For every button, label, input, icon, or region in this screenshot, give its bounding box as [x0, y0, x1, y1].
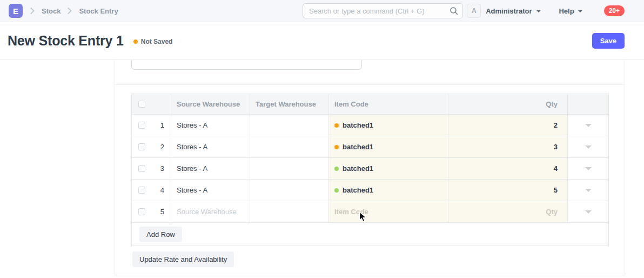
global-search — [303, 3, 463, 18]
row-number: 3 — [160, 164, 164, 173]
row-expand-button[interactable] — [568, 158, 608, 179]
grid-body: 1 Stores - A batched1 2 2 Stores - A — [132, 115, 608, 222]
chevron-down-icon — [578, 10, 582, 12]
column-header-item-code: Item Code — [329, 94, 448, 114]
chevron-down-icon — [585, 124, 592, 127]
notification-badge[interactable]: 20+ — [604, 5, 625, 16]
qty-cell[interactable]: 3 — [448, 136, 568, 157]
row-number: 1 — [160, 121, 164, 129]
grid-header-row: Source Warehouse Target Warehouse Item C… — [132, 94, 608, 115]
item-status-dot — [334, 188, 339, 193]
qty-cell[interactable]: 4 — [448, 158, 568, 179]
user-menu-label: Administrator — [486, 7, 532, 15]
source-warehouse-cell[interactable]: Stores - A — [171, 115, 250, 136]
chevron-right-icon — [30, 8, 35, 14]
row-expand-button[interactable] — [568, 201, 608, 222]
navbar-right: A Administrator Help 20+ — [467, 4, 625, 18]
chevron-down-icon — [585, 210, 592, 214]
qty-cell[interactable]: 2 — [448, 115, 568, 136]
row-checkbox[interactable] — [138, 165, 145, 172]
update-rate-button[interactable]: Update Rate and Availability — [132, 251, 234, 267]
row-checkbox[interactable] — [138, 208, 145, 215]
item-status-dot — [334, 123, 339, 128]
avatar: A — [467, 4, 481, 18]
chevron-down-icon — [536, 10, 541, 12]
select-all-checkbox[interactable] — [138, 101, 145, 108]
target-warehouse-cell[interactable] — [250, 180, 329, 201]
row-expand-button[interactable] — [568, 136, 608, 157]
item-code-cell[interactable]: batched1 — [329, 180, 448, 201]
items-grid: Source Warehouse Target Warehouse Item C… — [131, 94, 609, 246]
source-warehouse-cell[interactable]: Stores - A — [171, 180, 250, 201]
breadcrumb-item-stock[interactable]: Stock — [42, 7, 61, 15]
status-label: Not Saved — [141, 38, 173, 45]
row-expand-button[interactable] — [568, 115, 608, 136]
add-row-button[interactable]: Add Row — [139, 227, 182, 242]
app-logo[interactable]: E — [9, 4, 23, 18]
collapsed-field-box[interactable] — [131, 60, 362, 70]
row-number: 2 — [160, 143, 164, 151]
target-warehouse-cell[interactable] — [250, 136, 329, 157]
breadcrumb-item-stock-entry[interactable]: Stock Entry — [79, 7, 118, 15]
item-status-dot — [334, 145, 339, 149]
row-checkbox[interactable] — [138, 143, 145, 150]
source-warehouse-cell[interactable]: Stores - A — [171, 136, 250, 157]
grid-footer: Add Row — [132, 222, 608, 246]
item-code-cell[interactable]: Item Code — [329, 201, 448, 222]
row-number: 5 — [160, 208, 164, 216]
source-warehouse-cell[interactable]: Source Warehouse — [171, 201, 250, 222]
item-status-dot — [334, 167, 339, 171]
item-code-cell[interactable]: batched1 — [329, 136, 448, 157]
help-menu[interactable]: Help — [559, 7, 582, 15]
column-header-actions — [568, 94, 608, 114]
chevron-right-icon — [68, 8, 72, 14]
status-badge: Not Saved — [133, 38, 173, 45]
table-row: 1 Stores - A batched1 2 — [132, 115, 608, 136]
chevron-down-icon — [585, 167, 592, 170]
target-warehouse-cell[interactable] — [250, 115, 329, 136]
navbar: E Stock Stock Entry A Administrator Help… — [0, 0, 644, 22]
chevron-down-icon — [585, 189, 592, 192]
table-row: 5 Source Warehouse Item Code Qty — [132, 201, 608, 222]
user-menu[interactable]: A Administrator — [467, 4, 541, 18]
row-checkbox[interactable] — [138, 122, 145, 129]
save-button[interactable]: Save — [592, 33, 625, 49]
status-dot-icon — [133, 39, 138, 44]
row-expand-button[interactable] — [568, 180, 608, 201]
item-code-cell[interactable]: batched1 — [329, 115, 448, 136]
form-layout: Source Warehouse Target Warehouse Item C… — [115, 60, 625, 275]
table-row: 4 Stores - A batched1 5 — [132, 180, 608, 201]
row-checkbox[interactable] — [138, 187, 145, 194]
row-number: 4 — [160, 186, 164, 194]
target-warehouse-cell[interactable] — [250, 201, 329, 222]
search-icon[interactable] — [450, 6, 458, 17]
page-head: New Stock Entry 1 Not Saved Save — [0, 22, 644, 59]
item-code-cell[interactable]: batched1 — [329, 158, 448, 179]
qty-cell[interactable]: Qty — [448, 201, 568, 222]
target-warehouse-cell[interactable] — [250, 158, 329, 179]
table-row: 3 Stores - A batched1 4 — [132, 158, 608, 180]
column-header-source-warehouse: Source Warehouse — [171, 94, 250, 114]
column-header-target-warehouse: Target Warehouse — [250, 94, 329, 114]
table-row: 2 Stores - A batched1 3 — [132, 136, 608, 158]
breadcrumb: Stock Stock Entry — [30, 7, 118, 15]
qty-cell[interactable]: 5 — [448, 180, 568, 201]
chevron-down-icon — [585, 145, 592, 149]
help-menu-label: Help — [559, 7, 574, 15]
column-header-qty: Qty — [448, 94, 568, 114]
section-divider — [115, 84, 625, 85]
page-title: New Stock Entry 1 — [8, 33, 124, 49]
search-input[interactable] — [303, 3, 463, 18]
source-warehouse-cell[interactable]: Stores - A — [171, 158, 250, 179]
